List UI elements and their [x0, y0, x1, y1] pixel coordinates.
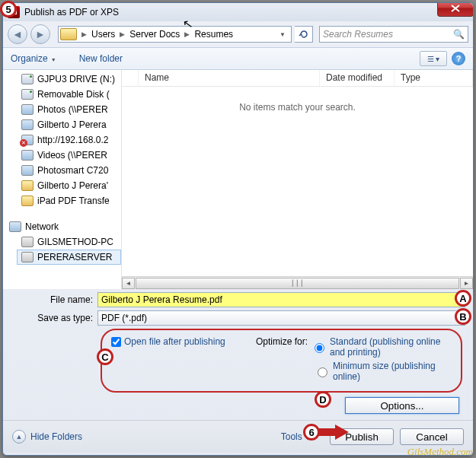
sidebar-item[interactable]: http://192.168.0.2	[3, 132, 121, 148]
hide-folders-button[interactable]: ▲ Hide Folders	[12, 430, 82, 444]
toolbar: Organize▼ New folder ☰ ▾ ?	[3, 47, 473, 70]
annotation-badge-B: B	[455, 308, 471, 325]
file-name-label: File name:	[11, 294, 93, 305]
optimize-for-label: Optimize for:	[256, 336, 308, 358]
file-list: Name Date modified Type No items match y…	[122, 70, 473, 289]
sidebar-group-network[interactable]: Network	[3, 219, 121, 234]
col-header-name[interactable]: Name	[139, 70, 320, 86]
folder-icon	[21, 180, 34, 191]
save-type-label: Save as type:	[11, 313, 93, 323]
network-drive-error-icon	[21, 135, 34, 145]
column-headers: Name Date modified Type	[122, 70, 473, 87]
empty-message: No items match your search.	[122, 87, 473, 113]
folder-icon	[60, 28, 77, 40]
col-header-icon[interactable]	[122, 70, 139, 86]
annotation-badge-5: 5	[0, 1, 17, 17]
computer-icon	[21, 252, 34, 262]
dialog-window: Publish as PDF or XPS ◄ ► ▶ Users ▶ Serv…	[2, 2, 474, 456]
search-placeholder: Search Resumes	[323, 29, 393, 40]
sidebar-item[interactable]: Videos (\\PERER	[3, 148, 121, 163]
back-button[interactable]: ◄	[8, 24, 27, 44]
horizontal-scrollbar[interactable]: ◄ ┃┃┃ ►	[122, 276, 473, 289]
refresh-button[interactable]	[295, 26, 313, 43]
sidebar-item[interactable]: Gilberto J Perera'	[3, 178, 121, 193]
help-button[interactable]: ?	[452, 52, 465, 65]
optimize-minimum-radio[interactable]	[318, 363, 327, 382]
chevron-right-icon[interactable]: ▶	[80, 30, 88, 38]
annotation-badge-6: 6	[303, 424, 320, 441]
computer-icon	[21, 237, 34, 247]
sidebar: GJPU3 DRIVE (N:) Removable Disk ( Photos…	[3, 70, 122, 289]
search-icon: 🔍	[453, 29, 465, 40]
scroll-right-button[interactable]: ►	[460, 278, 473, 289]
chevron-up-icon: ▲	[12, 430, 26, 444]
breadcrumb[interactable]: ▶ Users ▶ Server Docs ▶ Resumes ▼	[58, 26, 292, 43]
sidebar-item[interactable]: Photos (\\PERER	[3, 102, 121, 117]
checkbox-input[interactable]	[111, 337, 121, 347]
forward-button[interactable]: ►	[30, 24, 50, 44]
sidebar-item[interactable]: Gilberto J Perera	[3, 117, 121, 132]
optimize-standard-label[interactable]: Standard (publishing online and printing…	[330, 336, 444, 358]
organize-menu[interactable]: Organize▼	[11, 53, 56, 64]
network-icon	[9, 221, 21, 232]
folder-icon	[21, 196, 34, 206]
optimize-standard-radio[interactable]	[315, 339, 324, 358]
close-button[interactable]	[437, 2, 474, 17]
scroll-thumb[interactable]: ┃┃┃	[136, 278, 459, 289]
open-after-publish-checkbox[interactable]: Open file after publishing	[111, 336, 256, 347]
options-panel: Open file after publishing Optimize for:…	[101, 329, 462, 393]
window-title: Publish as PDF or XPS	[24, 7, 119, 17]
body-area: GJPU3 DRIVE (N:) Removable Disk ( Photos…	[3, 70, 473, 289]
network-drive-icon	[21, 119, 34, 130]
sidebar-item[interactable]: Photosmart C720	[3, 163, 121, 178]
annotation-badge-D: D	[315, 391, 331, 408]
sidebar-item[interactable]: GJPU3 DRIVE (N:)	[3, 72, 121, 87]
scroll-left-button[interactable]: ◄	[122, 278, 135, 289]
breadcrumb-segment[interactable]: Resumes	[193, 29, 235, 40]
drive-icon	[21, 89, 34, 100]
options-button[interactable]: Options...	[345, 397, 459, 414]
sidebar-item-selected[interactable]: PERERASERVER	[17, 250, 121, 265]
col-header-type[interactable]: Type	[395, 70, 473, 86]
sidebar-item[interactable]: GILSMETHOD-PC	[3, 234, 121, 250]
sidebar-item[interactable]: iPad PDF Transfe	[3, 193, 121, 208]
search-input[interactable]: Search Resumes 🔍	[319, 26, 468, 43]
bottom-bar: ▲ Hide Folders Tools ▼ Publish Cancel	[3, 420, 473, 453]
breadcrumb-segment[interactable]: Users	[90, 29, 117, 40]
form-area: File name: Save as type: PDF (*.pdf) ▼	[3, 289, 473, 326]
navigation-bar: ◄ ► ▶ Users ▶ Server Docs ▶ Resumes ▼ Se…	[3, 21, 473, 47]
red-arrow-icon	[318, 425, 350, 440]
save-type-dropdown[interactable]: PDF (*.pdf) ▼	[97, 310, 465, 326]
optimize-minimum-label[interactable]: Minimum size (publishing online)	[333, 361, 447, 382]
annotation-badge-A: A	[455, 290, 471, 307]
drive-icon	[21, 74, 34, 84]
save-type-value: PDF (*.pdf)	[101, 313, 147, 323]
cancel-button[interactable]: Cancel	[400, 428, 464, 445]
chevron-down-icon: ▼	[51, 57, 56, 62]
network-drive-icon	[21, 104, 34, 115]
new-folder-button[interactable]: New folder	[79, 53, 123, 64]
path-history-dropdown[interactable]: ▼	[276, 27, 289, 42]
annotation-badge-C: C	[97, 348, 113, 365]
col-header-date[interactable]: Date modified	[320, 70, 395, 86]
sidebar-item[interactable]: Removable Disk (	[3, 87, 121, 102]
view-mode-button[interactable]: ☰ ▾	[420, 51, 447, 66]
chevron-right-icon[interactable]: ▶	[118, 30, 126, 38]
network-drive-icon	[21, 150, 34, 161]
network-drive-icon	[21, 165, 34, 176]
breadcrumb-segment[interactable]: Server Docs	[128, 29, 181, 40]
watermark: GilsMethod.com	[407, 446, 473, 458]
file-name-input[interactable]	[97, 292, 465, 307]
titlebar[interactable]: Publish as PDF or XPS	[3, 3, 473, 21]
